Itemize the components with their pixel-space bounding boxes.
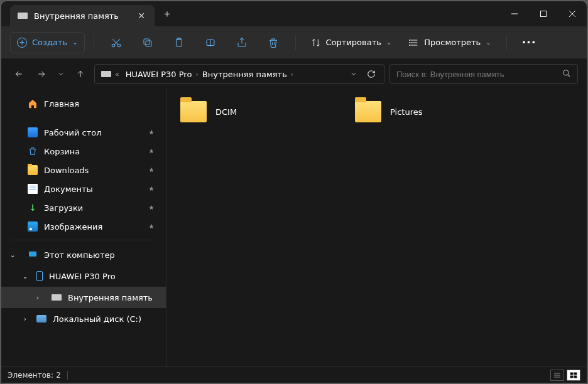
sidebar-label: Корзина (44, 147, 80, 156)
sort-label: Сортировать (326, 38, 381, 47)
svg-rect-6 (146, 41, 151, 46)
chevron-down-icon: ⌄ (486, 39, 491, 46)
svg-rect-25 (570, 373, 573, 375)
svg-point-19 (564, 70, 569, 75)
history-chevron-icon[interactable]: « (115, 70, 119, 78)
expand-icon[interactable]: ⌄ (20, 272, 30, 280)
toolbar-separator (295, 35, 296, 50)
minimize-button[interactable] (500, 1, 529, 26)
share-button[interactable] (229, 30, 255, 55)
search-box[interactable] (389, 64, 578, 84)
address-dropdown-button[interactable] (345, 70, 362, 78)
delete-button[interactable] (260, 30, 286, 55)
cut-button[interactable] (103, 30, 129, 55)
pc-icon (28, 250, 38, 260)
sidebar-item-trash[interactable]: Корзина (1, 142, 166, 161)
recent-button[interactable] (55, 64, 67, 84)
sidebar-device[interactable]: ⌄ HUAWEI P30 Pro (1, 265, 166, 287)
address-bar[interactable]: « HUAWEI P30 Pro › Внутренняя память › (94, 64, 384, 84)
drive-icon (52, 294, 62, 301)
expand-icon[interactable]: ⌄ (8, 251, 18, 259)
chevron-down-icon: ⌄ (72, 39, 77, 46)
sort-button[interactable]: Сортировать ⌄ (305, 30, 398, 55)
sidebar-label: Локальный диск (C:) (53, 314, 141, 324)
paste-button[interactable] (166, 30, 192, 55)
copy-button[interactable] (134, 30, 161, 55)
pin-icon (148, 184, 155, 194)
document-icon (28, 184, 38, 194)
drive-icon (101, 71, 111, 77)
forward-button[interactable] (33, 64, 50, 84)
svg-rect-21 (29, 252, 36, 257)
svg-rect-7 (144, 39, 150, 45)
sidebar-label: Downloads (44, 166, 89, 175)
folder-item[interactable]: Pictures (352, 98, 509, 125)
sidebar-item-pictures[interactable]: Изображения (1, 217, 166, 236)
sidebar-item-downloads-ru[interactable]: ↓ Загрузки (1, 198, 166, 217)
folder-icon (180, 101, 207, 122)
sidebar-local-disk[interactable]: › Локальный диск (C:) (1, 308, 166, 329)
folder-icon (28, 165, 38, 175)
folder-name: DCIM (215, 107, 237, 117)
pin-icon (148, 222, 155, 232)
breadcrumb-sep-icon: › (291, 70, 293, 78)
svg-rect-26 (574, 373, 577, 375)
refresh-button[interactable] (362, 70, 380, 78)
sidebar-internal-storage[interactable]: › Внутренняя память (1, 287, 166, 308)
tab-close-button[interactable]: ✕ (136, 11, 147, 21)
toolbar-separator (506, 35, 507, 50)
more-button[interactable]: ••• (516, 30, 542, 55)
svg-point-17 (410, 42, 410, 43)
home-icon (28, 99, 38, 109)
up-button[interactable] (72, 64, 89, 84)
view-details-button[interactable] (550, 370, 564, 381)
trash-icon (28, 146, 38, 156)
folder-item[interactable]: DCIM (178, 98, 335, 125)
close-button[interactable] (558, 1, 587, 26)
drive-icon (18, 13, 28, 19)
sidebar-item-downloads-en[interactable]: Downloads (1, 161, 166, 179)
view-button[interactable]: Просмотреть ⌄ (403, 30, 497, 55)
search-input[interactable] (396, 70, 562, 79)
status-bar: Элементов: 2 (1, 366, 587, 383)
tab-title: Внутренняя память (34, 11, 129, 21)
toolbar-separator (94, 35, 94, 50)
breadcrumb-device[interactable]: HUAWEI P30 Pro (122, 70, 196, 79)
sidebar-label: Изображения (44, 222, 102, 232)
sidebar-label: Загрузки (44, 203, 83, 213)
search-icon[interactable] (562, 69, 571, 80)
tab-active[interactable]: Внутренняя память ✕ (10, 5, 155, 26)
sidebar-divider (11, 240, 156, 240)
svg-rect-27 (570, 376, 573, 378)
content-area[interactable]: DCIM Pictures (166, 89, 587, 366)
new-tab-button[interactable]: ＋ (155, 1, 180, 26)
titlebar: Внутренняя память ✕ ＋ (1, 1, 587, 26)
sidebar-label: Внутренняя память (68, 293, 153, 302)
toolbar: + Создать ⌄ Сортировать ⌄ Просмотреть ⌄ … (1, 26, 587, 59)
back-button[interactable] (10, 64, 28, 84)
folder-name: Pictures (390, 107, 422, 117)
sidebar-label: Рабочий стол (44, 128, 101, 137)
desktop-icon (28, 127, 38, 137)
sidebar-label: HUAWEI P30 Pro (49, 272, 116, 281)
status-separator (67, 371, 68, 380)
sidebar: Главная Рабочий стол Корзина Downloads Д… (1, 89, 166, 366)
maximize-button[interactable] (529, 1, 558, 26)
view-label: Просмотреть (424, 38, 481, 47)
sidebar-home[interactable]: Главная (1, 93, 166, 114)
sidebar-label: Главная (44, 99, 79, 109)
status-item-count-label: Элементов: (8, 371, 53, 380)
sidebar-item-documents[interactable]: Документы (1, 179, 166, 198)
pin-icon (148, 166, 155, 175)
breadcrumb-storage[interactable]: Внутренняя память (199, 70, 291, 79)
sidebar-item-desktop[interactable]: Рабочий стол (1, 123, 166, 142)
chevron-down-icon: ⌄ (386, 39, 391, 46)
phone-icon (36, 271, 43, 281)
view-icons-button[interactable] (567, 370, 580, 381)
expand-icon[interactable]: › (33, 294, 43, 302)
rename-button[interactable] (197, 30, 224, 55)
file-explorer-window: Внутренняя память ✕ ＋ + Создать ⌄ Сортир… (0, 0, 588, 384)
new-button[interactable]: + Создать ⌄ (10, 32, 85, 53)
expand-icon[interactable]: › (20, 315, 30, 323)
sidebar-this-pc[interactable]: ⌄ Этот компьютер (1, 244, 166, 265)
